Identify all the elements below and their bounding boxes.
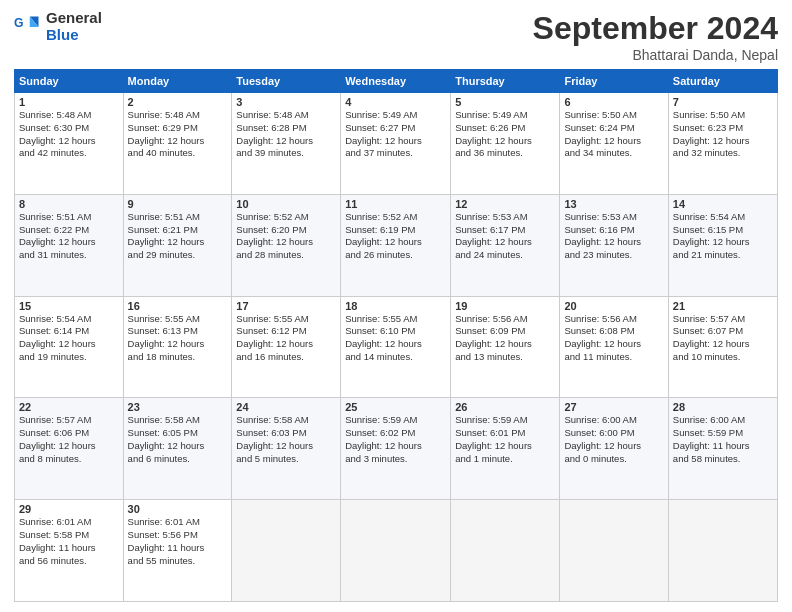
table-row: 30Sunrise: 6:01 AM Sunset: 5:56 PM Dayli… (123, 500, 232, 602)
table-row: 13Sunrise: 5:53 AM Sunset: 6:16 PM Dayli… (560, 194, 668, 296)
day-info: Sunrise: 5:57 AM Sunset: 6:06 PM Dayligh… (19, 414, 119, 465)
day-number: 2 (128, 96, 228, 108)
table-row: 9Sunrise: 5:51 AM Sunset: 6:21 PM Daylig… (123, 194, 232, 296)
col-tuesday: Tuesday (232, 70, 341, 93)
day-info: Sunrise: 6:01 AM Sunset: 5:56 PM Dayligh… (128, 516, 228, 567)
day-info: Sunrise: 5:49 AM Sunset: 6:26 PM Dayligh… (455, 109, 555, 160)
month-title: September 2024 (533, 10, 778, 47)
table-row: 23Sunrise: 5:58 AM Sunset: 6:05 PM Dayli… (123, 398, 232, 500)
day-info: Sunrise: 5:55 AM Sunset: 6:12 PM Dayligh… (236, 313, 336, 364)
col-saturday: Saturday (668, 70, 777, 93)
day-info: Sunrise: 6:00 AM Sunset: 5:59 PM Dayligh… (673, 414, 773, 465)
day-info: Sunrise: 5:48 AM Sunset: 6:28 PM Dayligh… (236, 109, 336, 160)
col-sunday: Sunday (15, 70, 124, 93)
day-info: Sunrise: 5:51 AM Sunset: 6:21 PM Dayligh… (128, 211, 228, 262)
day-number: 1 (19, 96, 119, 108)
table-row: 6Sunrise: 5:50 AM Sunset: 6:24 PM Daylig… (560, 93, 668, 195)
table-row (560, 500, 668, 602)
table-row (341, 500, 451, 602)
calendar-header-row: Sunday Monday Tuesday Wednesday Thursday… (15, 70, 778, 93)
table-row: 29Sunrise: 6:01 AM Sunset: 5:58 PM Dayli… (15, 500, 124, 602)
table-row: 10Sunrise: 5:52 AM Sunset: 6:20 PM Dayli… (232, 194, 341, 296)
col-monday: Monday (123, 70, 232, 93)
day-number: 13 (564, 198, 663, 210)
svg-text:G: G (14, 16, 24, 30)
calendar-week-row: 22Sunrise: 5:57 AM Sunset: 6:06 PM Dayli… (15, 398, 778, 500)
day-number: 17 (236, 300, 336, 312)
day-info: Sunrise: 5:50 AM Sunset: 6:24 PM Dayligh… (564, 109, 663, 160)
day-info: Sunrise: 5:56 AM Sunset: 6:08 PM Dayligh… (564, 313, 663, 364)
day-info: Sunrise: 5:56 AM Sunset: 6:09 PM Dayligh… (455, 313, 555, 364)
day-info: Sunrise: 5:53 AM Sunset: 6:16 PM Dayligh… (564, 211, 663, 262)
table-row: 16Sunrise: 5:55 AM Sunset: 6:13 PM Dayli… (123, 296, 232, 398)
table-row: 28Sunrise: 6:00 AM Sunset: 5:59 PM Dayli… (668, 398, 777, 500)
day-number: 24 (236, 401, 336, 413)
table-row: 27Sunrise: 6:00 AM Sunset: 6:00 PM Dayli… (560, 398, 668, 500)
day-number: 10 (236, 198, 336, 210)
calendar-week-row: 29Sunrise: 6:01 AM Sunset: 5:58 PM Dayli… (15, 500, 778, 602)
day-number: 29 (19, 503, 119, 515)
day-number: 26 (455, 401, 555, 413)
day-info: Sunrise: 5:55 AM Sunset: 6:13 PM Dayligh… (128, 313, 228, 364)
day-number: 25 (345, 401, 446, 413)
table-row: 20Sunrise: 5:56 AM Sunset: 6:08 PM Dayli… (560, 296, 668, 398)
day-info: Sunrise: 5:50 AM Sunset: 6:23 PM Dayligh… (673, 109, 773, 160)
day-number: 11 (345, 198, 446, 210)
day-info: Sunrise: 5:49 AM Sunset: 6:27 PM Dayligh… (345, 109, 446, 160)
day-info: Sunrise: 6:01 AM Sunset: 5:58 PM Dayligh… (19, 516, 119, 567)
day-number: 8 (19, 198, 119, 210)
table-row: 26Sunrise: 5:59 AM Sunset: 6:01 PM Dayli… (451, 398, 560, 500)
header: G General Blue September 2024 Bhattarai … (14, 10, 778, 63)
logo: G General Blue (14, 10, 102, 43)
day-number: 5 (455, 96, 555, 108)
table-row: 8Sunrise: 5:51 AM Sunset: 6:22 PM Daylig… (15, 194, 124, 296)
table-row: 14Sunrise: 5:54 AM Sunset: 6:15 PM Dayli… (668, 194, 777, 296)
day-number: 9 (128, 198, 228, 210)
day-info: Sunrise: 5:54 AM Sunset: 6:15 PM Dayligh… (673, 211, 773, 262)
col-thursday: Thursday (451, 70, 560, 93)
day-number: 18 (345, 300, 446, 312)
day-info: Sunrise: 5:53 AM Sunset: 6:17 PM Dayligh… (455, 211, 555, 262)
title-block: September 2024 Bhattarai Danda, Nepal (533, 10, 778, 63)
col-wednesday: Wednesday (341, 70, 451, 93)
table-row: 12Sunrise: 5:53 AM Sunset: 6:17 PM Dayli… (451, 194, 560, 296)
day-number: 6 (564, 96, 663, 108)
table-row: 24Sunrise: 5:58 AM Sunset: 6:03 PM Dayli… (232, 398, 341, 500)
table-row: 17Sunrise: 5:55 AM Sunset: 6:12 PM Dayli… (232, 296, 341, 398)
day-number: 7 (673, 96, 773, 108)
table-row: 2Sunrise: 5:48 AM Sunset: 6:29 PM Daylig… (123, 93, 232, 195)
day-info: Sunrise: 5:58 AM Sunset: 6:05 PM Dayligh… (128, 414, 228, 465)
day-info: Sunrise: 5:59 AM Sunset: 6:02 PM Dayligh… (345, 414, 446, 465)
day-number: 20 (564, 300, 663, 312)
day-number: 3 (236, 96, 336, 108)
table-row (451, 500, 560, 602)
table-row: 19Sunrise: 5:56 AM Sunset: 6:09 PM Dayli… (451, 296, 560, 398)
table-row: 21Sunrise: 5:57 AM Sunset: 6:07 PM Dayli… (668, 296, 777, 398)
table-row: 25Sunrise: 5:59 AM Sunset: 6:02 PM Dayli… (341, 398, 451, 500)
day-number: 27 (564, 401, 663, 413)
day-info: Sunrise: 5:52 AM Sunset: 6:19 PM Dayligh… (345, 211, 446, 262)
day-info: Sunrise: 5:52 AM Sunset: 6:20 PM Dayligh… (236, 211, 336, 262)
logo-icon: G (14, 13, 42, 41)
day-number: 30 (128, 503, 228, 515)
table-row: 18Sunrise: 5:55 AM Sunset: 6:10 PM Dayli… (341, 296, 451, 398)
day-info: Sunrise: 5:51 AM Sunset: 6:22 PM Dayligh… (19, 211, 119, 262)
day-number: 19 (455, 300, 555, 312)
day-info: Sunrise: 5:48 AM Sunset: 6:30 PM Dayligh… (19, 109, 119, 160)
table-row: 4Sunrise: 5:49 AM Sunset: 6:27 PM Daylig… (341, 93, 451, 195)
day-number: 14 (673, 198, 773, 210)
day-number: 4 (345, 96, 446, 108)
table-row (232, 500, 341, 602)
day-info: Sunrise: 6:00 AM Sunset: 6:00 PM Dayligh… (564, 414, 663, 465)
day-info: Sunrise: 5:48 AM Sunset: 6:29 PM Dayligh… (128, 109, 228, 160)
day-info: Sunrise: 5:55 AM Sunset: 6:10 PM Dayligh… (345, 313, 446, 364)
calendar: Sunday Monday Tuesday Wednesday Thursday… (14, 69, 778, 602)
table-row: 5Sunrise: 5:49 AM Sunset: 6:26 PM Daylig… (451, 93, 560, 195)
page: G General Blue September 2024 Bhattarai … (0, 0, 792, 612)
day-number: 16 (128, 300, 228, 312)
calendar-week-row: 1Sunrise: 5:48 AM Sunset: 6:30 PM Daylig… (15, 93, 778, 195)
day-number: 12 (455, 198, 555, 210)
day-info: Sunrise: 5:54 AM Sunset: 6:14 PM Dayligh… (19, 313, 119, 364)
table-row: 15Sunrise: 5:54 AM Sunset: 6:14 PM Dayli… (15, 296, 124, 398)
logo-text: General Blue (46, 10, 102, 43)
